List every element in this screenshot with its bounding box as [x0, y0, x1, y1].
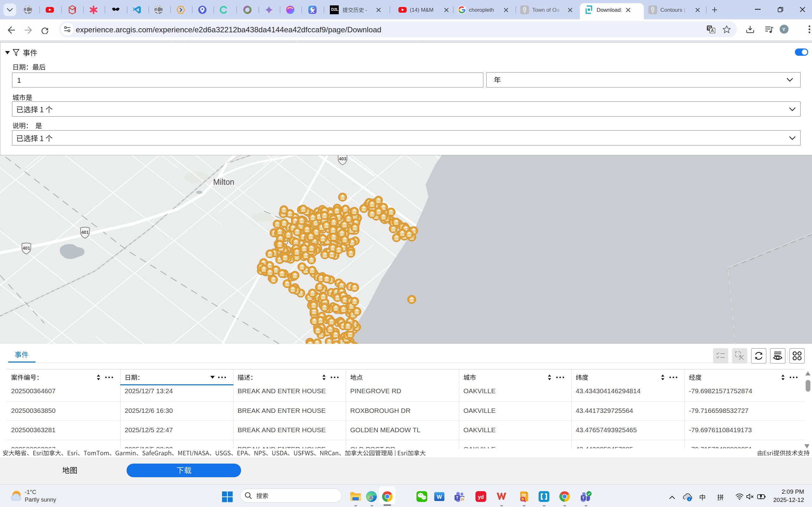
- svg-text:T: T: [582, 496, 585, 500]
- svg-text:Milton: Milton: [213, 177, 235, 186]
- svg-text:JY: JY: [461, 498, 464, 501]
- svg-text:401: 401: [81, 230, 89, 235]
- svg-text:W: W: [437, 494, 442, 500]
- svg-text:401: 401: [22, 245, 30, 250]
- svg-text:403: 403: [339, 156, 346, 161]
- svg-text:yd: yd: [478, 494, 484, 500]
- svg-text:T: T: [456, 496, 459, 500]
- svg-text:i: i: [689, 498, 690, 501]
